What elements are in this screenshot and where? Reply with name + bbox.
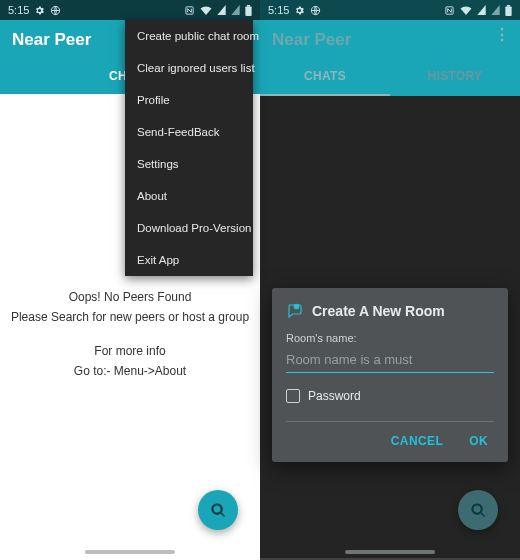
phone-screen-right: 5:15 Near Peer ⋮ CHATS HISTORY Create A …: [260, 0, 520, 560]
tab-chats[interactable]: CHATS: [260, 58, 390, 96]
wifi-icon: [200, 5, 212, 15]
nfc-icon: [184, 5, 195, 16]
search-icon: [470, 502, 487, 519]
svg-rect-3: [247, 5, 250, 7]
empty-line-3: For more info: [0, 342, 260, 360]
svg-point-8: [294, 304, 299, 309]
overflow-menu: Create public chat room Clear ignored us…: [125, 20, 253, 276]
room-name-label: Room's name:: [286, 332, 494, 344]
signal-2-icon: [231, 5, 240, 15]
svg-rect-6: [505, 6, 511, 15]
battery-icon: [505, 5, 512, 16]
gear-icon: [34, 5, 45, 16]
tab-history[interactable]: HISTORY: [390, 58, 520, 96]
app-title: Near Peer: [272, 30, 351, 49]
nav-indicator: [345, 550, 435, 554]
overflow-menu-button[interactable]: ⋮: [494, 30, 510, 40]
search-fab[interactable]: [458, 490, 498, 530]
menu-item-about[interactable]: About: [125, 180, 253, 212]
app-title: Near Peer: [12, 30, 91, 49]
status-bar: 5:15: [260, 0, 520, 20]
menu-item-clear-ignored[interactable]: Clear ignored users list: [125, 52, 253, 84]
content-area: Create A New Room Room's name: Password …: [260, 96, 520, 558]
empty-line-1: Oops! No Peers Found: [0, 288, 260, 306]
status-bar: 5:15: [0, 0, 260, 20]
phone-screen-left: 5:15 Near Peer CHATS Create public chat …: [0, 0, 260, 560]
status-time: 5:15: [8, 4, 29, 16]
nav-indicator: [85, 550, 175, 554]
battery-icon: [245, 5, 252, 16]
chat-bubble-icon: [286, 302, 304, 320]
tab-bar: CHATS HISTORY: [260, 58, 520, 96]
svg-rect-7: [507, 5, 510, 7]
create-room-dialog: Create A New Room Room's name: Password …: [272, 288, 508, 462]
menu-item-profile[interactable]: Profile: [125, 84, 253, 116]
password-checkbox-label: Password: [308, 389, 361, 403]
menu-item-exit[interactable]: Exit App: [125, 244, 253, 276]
gear-icon: [294, 5, 305, 16]
app-title-bar: Near Peer ⋮: [260, 20, 520, 58]
svg-rect-2: [245, 6, 251, 15]
globe-icon: [310, 5, 321, 16]
signal-icon: [217, 5, 226, 15]
wifi-icon: [460, 5, 472, 15]
menu-item-settings[interactable]: Settings: [125, 148, 253, 180]
menu-item-send-feedback[interactable]: Send-FeedBack: [125, 116, 253, 148]
status-time: 5:15: [268, 4, 289, 16]
globe-icon: [50, 5, 61, 16]
nfc-icon: [444, 5, 455, 16]
dialog-title: Create A New Room: [312, 303, 445, 319]
search-fab[interactable]: [198, 490, 238, 530]
menu-item-download-pro[interactable]: Download Pro-Version: [125, 212, 253, 244]
search-icon: [210, 502, 227, 519]
empty-line-2: Please Search for new peers or host a gr…: [0, 308, 260, 326]
signal-icon: [477, 5, 486, 15]
room-name-input[interactable]: [286, 348, 494, 373]
signal-2-icon: [491, 5, 500, 15]
menu-item-create-room[interactable]: Create public chat room: [125, 20, 253, 52]
password-checkbox[interactable]: [286, 389, 300, 403]
cancel-button[interactable]: CANCEL: [391, 434, 443, 448]
empty-line-4: Go to:- Menu->About: [0, 362, 260, 380]
ok-button[interactable]: OK: [469, 434, 488, 448]
